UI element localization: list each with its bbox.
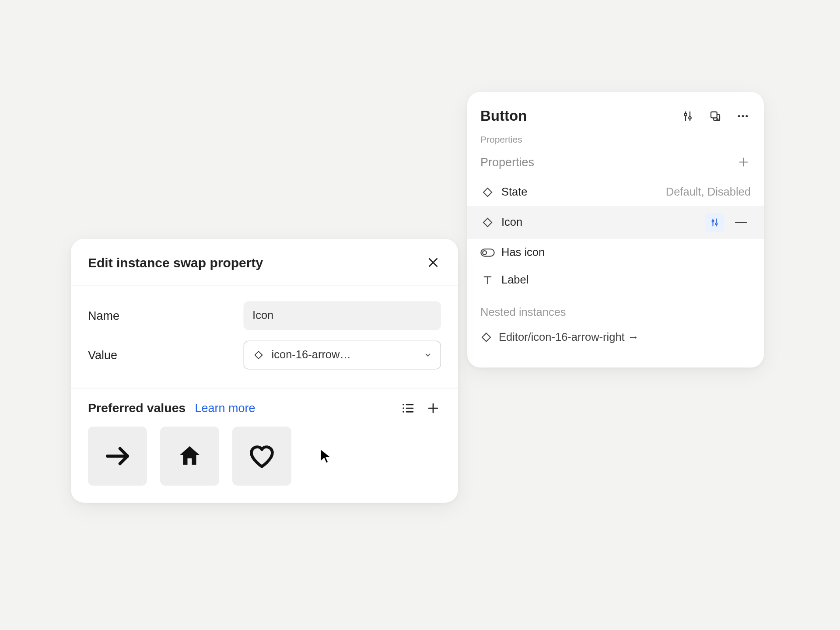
value-select[interactable]: icon-16-arrow… [243, 341, 441, 370]
name-input[interactable] [243, 301, 441, 330]
svg-point-26 [402, 404, 404, 406]
nested-instance-row[interactable]: Editor/icon-16-arrow-right → [467, 323, 764, 352]
svg-point-9 [746, 115, 748, 117]
panel-header: Button [467, 105, 764, 131]
dialog-form: Name Value icon-16-arrow… [71, 286, 458, 389]
property-name: Label [501, 274, 528, 287]
text-icon [480, 273, 495, 287]
property-name: Icon [501, 216, 522, 229]
variant-icon [480, 185, 495, 200]
svg-point-30 [402, 411, 404, 413]
add-property-button[interactable] [736, 155, 751, 169]
nested-instance-label: Editor/icon-16-arrow-right → [499, 331, 639, 344]
svg-rect-22 [482, 333, 490, 341]
value-label: Value [88, 348, 243, 362]
add-preferred-value-button[interactable] [425, 400, 441, 416]
property-value: Default, Disabled [666, 186, 751, 199]
preferred-values-section: Preferred values Learn more [71, 388, 458, 503]
property-name: Has icon [501, 246, 545, 259]
svg-point-7 [738, 115, 740, 117]
close-button[interactable] [425, 255, 441, 270]
properties-list: State Default, Disabled Icon Has icon [467, 176, 764, 297]
preferred-value-arrow-right[interactable] [88, 427, 147, 486]
more-icon[interactable] [735, 108, 751, 124]
preferred-value-heart[interactable] [232, 427, 291, 486]
dialog-header: Edit instance swap property [71, 239, 458, 286]
remove-property-button[interactable] [735, 222, 747, 224]
chevron-down-icon [424, 350, 433, 360]
variant-icon [480, 215, 495, 230]
property-row-state[interactable]: State Default, Disabled [467, 178, 764, 206]
property-name: State [501, 186, 528, 199]
preferred-values-grid [88, 427, 441, 486]
preferred-value-home[interactable] [160, 427, 219, 486]
property-row-trailing [705, 213, 751, 232]
list-view-icon[interactable] [400, 400, 416, 416]
boolean-icon [480, 245, 495, 260]
panel-breadcrumb: Properties [467, 131, 764, 148]
cursor-pointer-icon [319, 448, 333, 465]
svg-rect-12 [483, 188, 492, 196]
properties-section-label: Properties [480, 155, 736, 169]
svg-point-8 [742, 115, 744, 117]
svg-point-16 [712, 220, 714, 222]
property-row-label[interactable]: Label [467, 266, 764, 294]
nested-instances-label: Nested instances [467, 297, 764, 323]
svg-rect-25 [255, 351, 262, 359]
edit-swap-property-dialog: Edit instance swap property Name Value i… [71, 239, 458, 503]
preferred-values-label: Preferred values [88, 401, 186, 416]
sliders-chip-icon[interactable] [705, 213, 724, 232]
svg-point-28 [402, 407, 404, 409]
panel-header-actions [680, 108, 751, 124]
name-row: Name [88, 296, 441, 336]
svg-rect-4 [711, 112, 717, 118]
svg-point-2 [684, 113, 687, 116]
instance-icon [480, 332, 492, 343]
property-row-icon[interactable]: Icon [467, 206, 764, 239]
sliders-icon[interactable] [680, 108, 696, 124]
preferred-values-header: Preferred values Learn more [88, 400, 441, 416]
properties-section-header: Properties [467, 148, 764, 176]
dialog-title: Edit instance swap property [88, 255, 425, 270]
panel-title: Button [480, 108, 680, 125]
svg-point-3 [689, 117, 691, 119]
svg-point-17 [716, 223, 718, 225]
learn-more-link[interactable]: Learn more [195, 401, 255, 415]
value-row: Value icon-16-arrow… [88, 336, 441, 375]
properties-panel: Button Properties Properties State Defau… [467, 92, 764, 368]
svg-rect-13 [483, 218, 492, 227]
multi-edit-icon[interactable] [707, 108, 723, 124]
svg-point-19 [483, 251, 486, 255]
property-row-has-icon[interactable]: Has icon [467, 239, 764, 266]
instance-icon [252, 349, 265, 362]
value-select-text: icon-16-arrow… [272, 349, 424, 362]
name-label: Name [88, 309, 243, 323]
